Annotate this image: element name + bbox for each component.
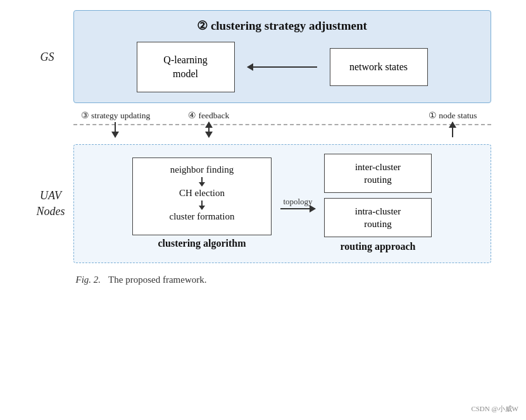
- clustering-algo-title: clustering algorithm: [158, 238, 246, 249]
- uav-outer-box: neighbor finding CH election cluster for…: [73, 144, 491, 263]
- clustering-title: ② clustering strategy adjustment: [84, 18, 480, 33]
- network-states-box: network states: [330, 48, 428, 86]
- gs-outer-box: ② clustering strategy adjustment Q-learn…: [73, 10, 491, 103]
- uav-label: UAVNodes: [37, 188, 65, 219]
- intra-cluster-box: intra-cluster routing: [324, 198, 432, 237]
- topology-label: topology: [283, 197, 312, 207]
- feedback-label: ④ feedback: [188, 110, 229, 121]
- node-status-label: ① node status: [429, 110, 477, 121]
- strategy-label: ③ strategy updating: [81, 110, 151, 121]
- routing-approach-title: routing approach: [341, 241, 416, 252]
- gs-label: GS: [41, 50, 54, 63]
- step-neighbor: neighbor finding: [170, 164, 234, 175]
- fig-label: Fig. 2.: [76, 275, 101, 285]
- step-ch: CH election: [179, 188, 225, 199]
- figure-caption: Fig. 2. The proposed framework.: [73, 275, 491, 285]
- step-cluster: cluster formation: [170, 211, 235, 222]
- inter-cluster-box: inter-cluster routing: [324, 154, 432, 193]
- watermark: CSDN @小威W: [471, 404, 518, 414]
- qlearning-box: Q-learning model: [137, 42, 235, 92]
- clustering-algo-box: neighbor finding CH election cluster for…: [132, 158, 272, 235]
- fig-text: The proposed framework.: [108, 275, 206, 285]
